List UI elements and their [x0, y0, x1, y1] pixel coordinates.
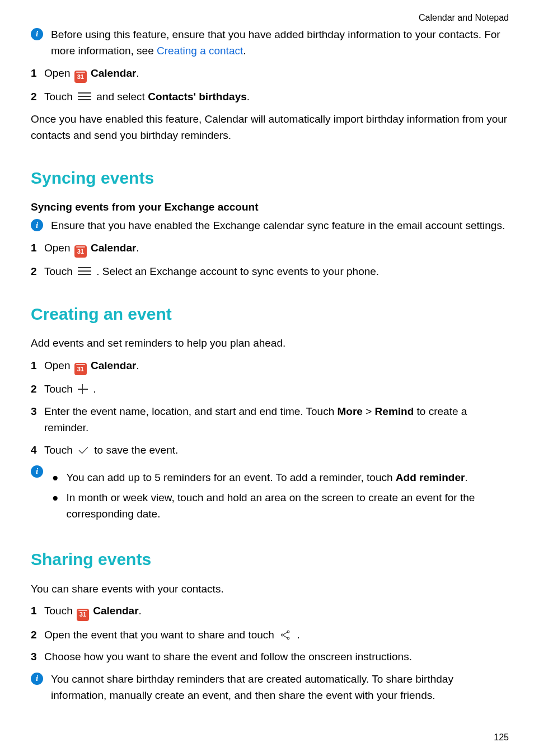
calendar-icon: 31: [77, 609, 89, 621]
text: Touch: [44, 383, 76, 395]
text: .: [90, 383, 96, 395]
syncing-step-2: 2 Touch . Select an Exchange account to …: [31, 263, 509, 279]
text: .: [136, 360, 139, 371]
intro-note: i Before using this feature, ensure that…: [31, 26, 509, 59]
step-body: Touch 31 Calendar.: [44, 603, 509, 621]
text: Open: [44, 242, 73, 254]
share-icon: [279, 629, 292, 640]
step-body: Touch and select Contacts' birthdays.: [44, 88, 509, 105]
text: >: [363, 405, 375, 417]
text: Open: [44, 360, 73, 371]
text: .: [136, 242, 139, 254]
syncing-step-1: 1 Open 31 Calendar.: [31, 240, 509, 258]
creating-step-3: 3 Enter the event name, location, and st…: [31, 403, 509, 436]
calendar-label: Calendar: [88, 242, 137, 254]
add-reminder-label: Add reminder: [396, 472, 465, 483]
intro-step-2: 2 Touch and select Contacts' birthdays.: [31, 88, 509, 105]
step-body: Open the event that you want to share an…: [44, 627, 509, 643]
menu-icon: [78, 91, 91, 101]
calendar-label: Calendar: [90, 605, 139, 617]
menu-icon: [78, 266, 91, 276]
creating-step-1: 1 Open 31 Calendar.: [31, 357, 509, 376]
step-body: Touch .: [44, 381, 509, 397]
info-icon: i: [31, 465, 43, 478]
svg-point-0: [282, 634, 284, 636]
info-icon: i: [31, 28, 43, 40]
page: Calendar and Notepad i Before using this…: [0, 0, 534, 756]
sharing-step-2: 2 Open the event that you want to share …: [31, 627, 509, 643]
page-number: 125: [494, 731, 509, 745]
step-body: Open 31 Calendar.: [44, 240, 509, 258]
step-number: 1: [31, 603, 44, 619]
sharing-intro: You can share events with your contacts.: [31, 581, 509, 597]
calendar-icon: 31: [74, 71, 87, 83]
text: .: [139, 605, 142, 617]
bullet-item: ● In month or week view, touch and hold …: [51, 489, 509, 522]
text: to save the event.: [91, 444, 178, 456]
step-body: Open 31 Calendar.: [44, 65, 509, 83]
info-icon: i: [31, 673, 43, 685]
intro-note-text-1: Before using this feature, ensure that y…: [51, 29, 500, 57]
heading-creating-event: Creating an event: [31, 301, 509, 328]
text: .: [465, 472, 467, 483]
intro-note-body: Before using this feature, ensure that y…: [48, 26, 509, 59]
calendar-icon: 31: [74, 363, 87, 375]
step-body: Touch to save the event.: [44, 442, 509, 458]
svg-line-4: [283, 636, 287, 638]
intro-paragraph: Once you have enabled this feature, Cale…: [31, 111, 509, 144]
step-number: 2: [31, 88, 44, 105]
creating-note: i ● You can add up to 5 reminders for an…: [31, 464, 509, 525]
calendar-icon: 31: [74, 245, 87, 258]
header-breadcrumb: Calendar and Notepad: [31, 11, 509, 25]
heading-syncing-events: Syncing events: [31, 165, 509, 192]
sharing-step-1: 1 Touch 31 Calendar.: [31, 603, 509, 621]
info-icon: i: [31, 219, 43, 231]
text: Enter the event name, location, and star…: [44, 405, 338, 417]
step-number: 2: [31, 627, 44, 643]
text: and select: [93, 91, 148, 102]
step-body: Enter the event name, location, and star…: [44, 403, 509, 436]
intro-note-text-2: .: [243, 45, 246, 57]
subhead-syncing-exchange: Syncing events from your Exchange accoun…: [31, 199, 509, 215]
creating-step-4: 4 Touch to save the event.: [31, 442, 509, 458]
text: Touch: [44, 265, 76, 277]
syncing-note-body: Ensure that you have enabled the Exchang…: [48, 217, 509, 234]
remind-label: Remind: [375, 405, 414, 417]
step-number: 4: [31, 442, 44, 458]
step-number: 1: [31, 240, 44, 256]
plus-icon: [78, 384, 88, 394]
calendar-label: Calendar: [88, 360, 137, 371]
bullet-dot-icon: ●: [51, 489, 62, 506]
step-number: 1: [31, 65, 44, 81]
text: Touch: [44, 444, 76, 456]
step-body: Open 31 Calendar.: [44, 357, 509, 376]
text: Open: [44, 67, 73, 79]
contacts-birthdays-label: Contacts' birthdays: [148, 91, 247, 102]
sharing-note: i You cannot share birthday reminders th…: [31, 671, 509, 704]
heading-sharing-events: Sharing events: [31, 547, 509, 573]
bullet-body: You can add up to 5 reminders for an eve…: [66, 469, 509, 486]
creating-note-body: ● You can add up to 5 reminders for an e…: [48, 466, 509, 525]
svg-point-1: [287, 631, 289, 633]
text: .: [136, 67, 139, 79]
text: .: [247, 91, 250, 102]
step-number: 3: [31, 403, 44, 419]
text: Touch: [44, 91, 76, 102]
step-body: Choose how you want to share the event a…: [44, 648, 509, 665]
step-number: 3: [31, 648, 44, 665]
bullet-item: ● You can add up to 5 reminders for an e…: [51, 469, 509, 486]
creating-intro: Add events and set reminders to help you…: [31, 335, 509, 351]
link-creating-contact[interactable]: Creating a contact: [157, 45, 243, 57]
svg-point-2: [287, 637, 289, 640]
sharing-note-body: You cannot share birthday reminders that…: [48, 671, 509, 704]
step-number: 1: [31, 357, 44, 374]
syncing-note: i Ensure that you have enabled the Excha…: [31, 217, 509, 234]
step-number: 2: [31, 263, 44, 279]
more-label: More: [338, 405, 363, 417]
step-number: 2: [31, 381, 44, 397]
text: Touch: [44, 605, 76, 617]
bullet-body: In month or week view, touch and hold an…: [66, 489, 509, 522]
bullet-dot-icon: ●: [51, 469, 62, 486]
check-icon: [78, 443, 89, 452]
text: . Select an Exchange account to sync eve…: [93, 265, 379, 277]
